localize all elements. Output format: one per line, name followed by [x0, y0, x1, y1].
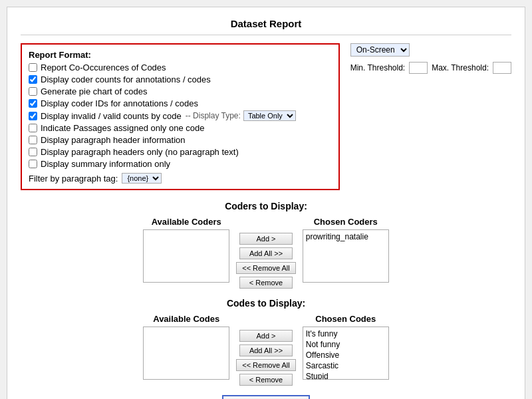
checkbox-row-5: Display invalid / valid counts by code -… — [29, 110, 332, 121]
coders-section-title: Coders to Display: — [21, 201, 511, 211]
checkbox-label-9: Display summary information only — [41, 159, 170, 169]
page-title: Dataset Report — [21, 14, 511, 35]
coders-chosen-listbox[interactable]: prowriting_natalie — [303, 229, 389, 283]
coders-chosen-column: Chosen Coders prowriting_natalie — [303, 217, 389, 283]
codes-remove-button[interactable]: < Remove — [239, 374, 293, 386]
coders-available-listbox[interactable] — [143, 229, 229, 283]
checkbox-label-4: Display coder IDs for annotations / code… — [41, 98, 198, 108]
list-item[interactable]: prowriting_natalie — [306, 231, 386, 242]
checkbox-label-7: Display paragraph header information — [41, 135, 186, 145]
right-options: On-Screen PDF Excel Min. Threshold: Max.… — [350, 43, 511, 74]
on-screen-select[interactable]: On-Screen PDF Excel — [350, 43, 410, 57]
codes-chosen-label: Chosen Codes — [315, 314, 376, 324]
checkbox-row-7: Display paragraph header information — [29, 135, 332, 145]
checkbox-report-co-occurences[interactable] — [29, 63, 37, 72]
page-container: Dataset Report Report Format: Report Co-… — [7, 7, 525, 399]
list-item[interactable]: Not funny — [306, 339, 386, 350]
display-type-inline: -- Display Type: Table Only Chart Only B… — [186, 110, 296, 121]
coders-chosen-label: Chosen Coders — [314, 217, 378, 227]
report-format-box: Report Format: Report Co-Occurences of C… — [21, 43, 340, 190]
codes-available-listbox[interactable] — [143, 327, 229, 380]
codes-section-title: Codes to Display: — [21, 298, 511, 309]
display-type-select[interactable]: Table Only Chart Only Both — [243, 110, 296, 121]
list-item[interactable]: Offensive — [306, 350, 386, 360]
checkbox-row-9: Display summary information only — [29, 159, 332, 169]
display-type-dash-label: -- Display Type: — [186, 111, 241, 120]
codes-add-button[interactable]: Add > — [239, 330, 293, 342]
checkbox-indicate-passages[interactable] — [29, 124, 37, 132]
checkbox-row-4: Display coder IDs for annotations / code… — [29, 98, 332, 108]
codes-transfer-panel: Available Codes Add > Add All >> << Remo… — [21, 314, 511, 386]
min-threshold-label: Min. Threshold: — [350, 63, 405, 72]
codes-chosen-column: Chosen Codes It's funny Not funny Offens… — [303, 314, 389, 380]
coders-remove-button[interactable]: < Remove — [239, 277, 293, 289]
filter-label: Filter by paragraph tag: — [29, 174, 118, 184]
checkbox-display-invalid-valid[interactable] — [29, 112, 37, 120]
checkbox-display-coder-ids[interactable] — [29, 99, 37, 108]
checkbox-label-3: Generate pie chart of codes — [41, 86, 147, 96]
codes-remove-all-button[interactable]: << Remove All — [236, 359, 296, 371]
checkbox-display-paragraph-header[interactable] — [29, 136, 37, 144]
list-item[interactable]: It's funny — [306, 329, 386, 339]
coders-add-button[interactable]: Add > — [239, 233, 293, 245]
checkbox-label-2: Display coder counts for annotations / c… — [41, 74, 211, 84]
list-item[interactable]: Sarcastic — [306, 360, 386, 371]
coders-available-label: Available Coders — [152, 217, 221, 227]
generate-report-button[interactable]: Generate Report — [222, 395, 311, 399]
coders-add-all-button[interactable]: Add All >> — [239, 247, 293, 259]
checkbox-row-2: Display coder counts for annotations / c… — [29, 74, 332, 84]
codes-add-all-button[interactable]: Add All >> — [239, 344, 293, 356]
filter-row: Filter by paragraph tag: {none} — [29, 173, 332, 184]
coders-transfer-panel: Available Coders Add > Add All >> << Rem… — [21, 217, 511, 289]
checkbox-row-1: Report Co-Occurences of Codes — [29, 63, 332, 72]
list-item[interactable]: Stupid — [306, 371, 386, 380]
checkbox-display-paragraph-headers-only[interactable] — [29, 148, 37, 156]
max-threshold-label: Max. Threshold: — [432, 63, 489, 72]
checkbox-row-3: Generate pie chart of codes — [29, 86, 332, 96]
min-threshold-input[interactable] — [409, 62, 428, 74]
report-format-section: Report Format: Report Co-Occurences of C… — [21, 43, 511, 190]
checkbox-display-coder-counts[interactable] — [29, 75, 37, 84]
codes-transfer-buttons: Add > Add All >> << Remove All < Remove — [236, 330, 296, 386]
threshold-row: Min. Threshold: Max. Threshold: — [350, 62, 511, 74]
report-format-label: Report Format: — [29, 50, 332, 60]
coders-available-column: Available Coders — [143, 217, 229, 283]
generate-section: Generate Report — [21, 395, 511, 399]
checkbox-label-6: Indicate Passages assigned only one code — [41, 123, 204, 133]
checkbox-row-6: Indicate Passages assigned only one code — [29, 123, 332, 133]
checkbox-generate-pie-chart[interactable] — [29, 87, 37, 96]
checkbox-label-8: Display paragraph headers only (no parag… — [41, 147, 239, 157]
checkbox-display-summary[interactable] — [29, 160, 37, 168]
coders-remove-all-button[interactable]: << Remove All — [236, 262, 296, 274]
checkbox-label-5: Display invalid / valid counts by code — [41, 111, 182, 121]
max-threshold-input[interactable] — [493, 62, 511, 74]
codes-available-column: Available Codes — [143, 314, 229, 380]
right-top: On-Screen PDF Excel — [350, 43, 414, 57]
checkbox-label-1: Report Co-Occurences of Codes — [41, 63, 166, 72]
coders-transfer-buttons: Add > Add All >> << Remove All < Remove — [236, 233, 296, 289]
checkbox-row-8: Display paragraph headers only (no parag… — [29, 147, 332, 157]
filter-paragraph-tag-select[interactable]: {none} — [122, 173, 162, 184]
codes-available-label: Available Codes — [153, 314, 219, 324]
codes-chosen-listbox[interactable]: It's funny Not funny Offensive Sarcastic… — [303, 327, 389, 380]
